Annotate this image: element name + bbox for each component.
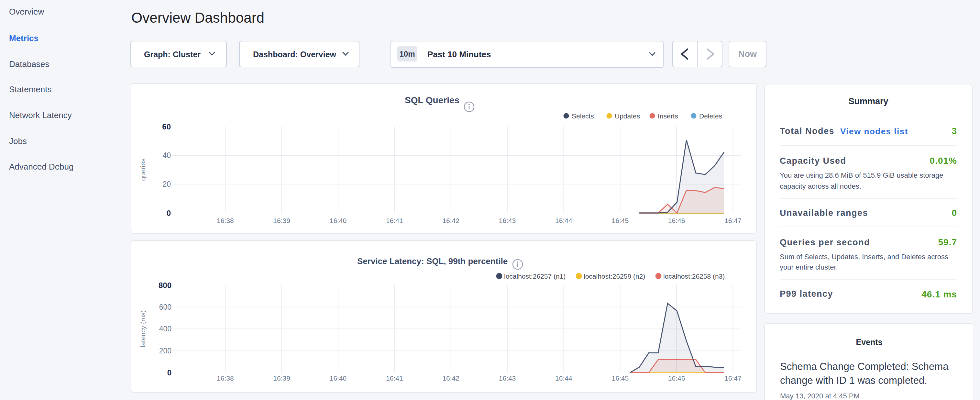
svg-text:16:44: 16:44 (555, 217, 572, 224)
svg-text:0: 0 (167, 368, 172, 377)
svg-text:600: 600 (159, 303, 172, 311)
svg-text:16:41: 16:41 (386, 375, 403, 382)
svg-text:queries: queries (139, 159, 146, 181)
svg-text:16:38: 16:38 (217, 375, 234, 382)
svg-text:16:46: 16:46 (668, 375, 685, 382)
svg-text:16:47: 16:47 (724, 375, 741, 382)
svg-text:400: 400 (159, 325, 172, 333)
svg-text:16:43: 16:43 (499, 375, 516, 382)
svg-text:60: 60 (162, 122, 171, 131)
svg-text:16:44: 16:44 (555, 375, 572, 382)
svg-text:200: 200 (159, 347, 172, 355)
svg-text:16:41: 16:41 (386, 217, 403, 224)
svg-text:16:42: 16:42 (442, 375, 460, 382)
svg-text:20: 20 (162, 180, 171, 188)
svg-text:16:43: 16:43 (499, 217, 516, 224)
svg-text:40: 40 (162, 151, 171, 159)
svg-text:16:45: 16:45 (612, 375, 629, 382)
svg-text:16:45: 16:45 (612, 217, 629, 224)
svg-text:16:42: 16:42 (442, 217, 460, 224)
svg-text:16:38: 16:38 (217, 217, 234, 224)
svg-text:0: 0 (167, 209, 171, 217)
svg-text:16:40: 16:40 (330, 217, 347, 224)
svg-text:16:40: 16:40 (330, 375, 347, 382)
svg-text:16:47: 16:47 (724, 217, 741, 224)
svg-text:16:39: 16:39 (273, 217, 290, 224)
svg-text:800: 800 (159, 281, 172, 290)
svg-text:16:39: 16:39 (273, 375, 290, 382)
svg-text:16:46: 16:46 (668, 217, 685, 224)
svg-text:latency (ms): latency (ms) (139, 310, 146, 347)
